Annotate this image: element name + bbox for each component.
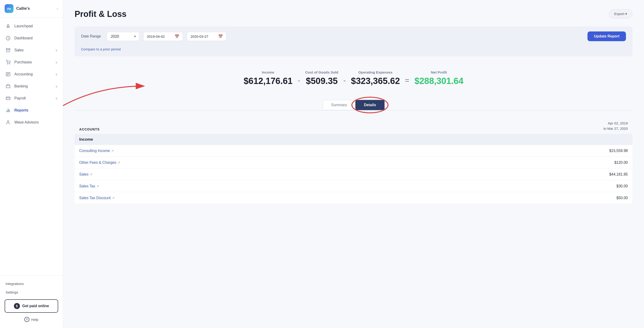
profit-value: $288,301.64 — [414, 76, 463, 86]
end-calendar-icon[interactable]: 📅 — [218, 34, 223, 39]
cogs-value: $509.35 — [306, 76, 338, 86]
sidebar-item-label-launchpad: Launchpad — [14, 24, 58, 28]
external-link-icon: ↗ — [112, 149, 114, 153]
compare-period-link[interactable]: Compare to a prior period — [81, 47, 121, 51]
filter-row: Date Range 2020 2019 2018 Custom ▼ 📅 📅 U… — [81, 31, 626, 41]
banking-chevron-icon: ∨ — [55, 85, 58, 88]
consulting-income-link[interactable]: Consulting Income ↗ — [79, 149, 114, 153]
year-select[interactable]: 2020 2019 2018 Custom — [107, 32, 139, 41]
sidebar-item-label-banking: Banking — [14, 84, 55, 88]
integrations-link[interactable]: Integrations — [5, 279, 58, 288]
svg-rect-5 — [6, 86, 10, 88]
table-row: Other Fees & Charges ↗ $120.00 — [74, 157, 632, 169]
external-link-icon: ↗ — [118, 161, 120, 164]
filter-bar: Date Range 2020 2019 2018 Custom ▼ 📅 📅 U… — [74, 26, 632, 56]
sidebar-item-dashboard[interactable]: Dashboard — [0, 32, 63, 44]
sales-icon — [5, 47, 11, 53]
sidebar-item-sales[interactable]: Sales ∨ — [0, 44, 63, 56]
income-value: $612,176.61 — [244, 76, 292, 86]
help-label: Help — [31, 318, 38, 322]
year-select-wrap[interactable]: 2020 2019 2018 Custom ▼ — [107, 32, 139, 41]
end-date-input[interactable] — [190, 34, 216, 38]
sidebar-item-label-sales: Sales — [14, 48, 55, 52]
sales-value: $44,181.85 — [609, 172, 628, 176]
other-fees-link[interactable]: Other Fees & Charges ↗ — [79, 161, 120, 165]
equals-operator: = — [405, 76, 409, 85]
update-report-button[interactable]: Update Report — [588, 31, 626, 41]
settings-link[interactable]: Settings — [5, 288, 58, 297]
tab-details[interactable]: Details — [355, 100, 384, 110]
external-link-icon: ↗ — [96, 184, 99, 188]
accounting-icon — [5, 71, 11, 77]
external-link-icon: ↗ — [112, 196, 114, 200]
table-date-range: Apr 02, 2019 to Mar 27, 2020 — [604, 121, 628, 131]
dollar-icon: $ — [14, 303, 20, 309]
minus-operator-2: - — [343, 76, 346, 85]
brand-chevron-icon: › — [57, 7, 58, 10]
table-row: Consulting Income ↗ $15,559.98 — [74, 145, 632, 157]
accounts-table-wrap: ACCOUNTS Apr 02, 2019 to Mar 27, 2020 In… — [74, 118, 632, 204]
start-date-wrap[interactable]: 📅 — [144, 32, 183, 41]
sales-tax-discount-value: $50.00 — [616, 196, 628, 200]
svg-point-3 — [10, 64, 10, 64]
consulting-income-value: $15,559.98 — [609, 149, 628, 153]
page-header: Profit & Loss Export ▾ — [74, 9, 632, 19]
sidebar-item-launchpad[interactable]: Launchpad — [0, 20, 63, 32]
sidebar-item-banking[interactable]: Banking ∨ — [0, 80, 63, 92]
get-paid-button[interactable]: $ Get paid online — [5, 299, 58, 313]
help-link[interactable]: ? Help — [5, 315, 58, 324]
table-header: ACCOUNTS Apr 02, 2019 to Mar 27, 2020 — [74, 118, 632, 134]
tab-summary[interactable]: Summary — [323, 100, 356, 110]
accounting-chevron-icon: ∨ — [55, 73, 58, 76]
nav-section: Launchpad Dashboard Sales ∨ — [0, 19, 63, 276]
details-tab-wrap: Details — [355, 100, 384, 110]
brand-name: Callie's — [16, 6, 57, 11]
sidebar-item-payroll[interactable]: Payroll ∨ — [0, 92, 63, 104]
table-row: Sales Tax Discount ↗ $50.00 — [74, 192, 632, 204]
income-section-header: Income — [74, 134, 632, 145]
start-date-input[interactable] — [147, 34, 172, 38]
sidebar-item-label-wave-advisors: Wave Advisors — [14, 120, 58, 125]
cogs-stat: Cost of Goods Sold $509.35 — [305, 70, 338, 86]
sidebar-item-label-accounting: Accounting — [14, 72, 55, 76]
start-calendar-icon[interactable]: 📅 — [175, 34, 179, 39]
svg-rect-1 — [6, 49, 10, 49]
table-row: Sales ↗ $44,181.85 — [74, 169, 632, 180]
income-label: Income — [262, 70, 274, 74]
get-paid-label: Get paid online — [22, 304, 49, 308]
sidebar: Callie's › Launchpad Dashboard — [0, 0, 63, 328]
cart-icon — [5, 59, 11, 65]
profit-stat: Net Profit $288,301.64 — [414, 70, 463, 86]
sales-tax-discount-link[interactable]: Sales Tax Discount ↗ — [79, 196, 114, 200]
advisors-icon — [5, 119, 11, 125]
opex-stat: Operating Expenses $323,365.62 — [351, 70, 400, 86]
brand-logo — [5, 4, 14, 13]
svg-point-2 — [8, 64, 8, 64]
sidebar-item-label-payroll: Payroll — [14, 96, 55, 100]
sidebar-bottom: Integrations Settings $ Get paid online … — [0, 276, 63, 328]
sidebar-item-label-purchases: Purchases — [14, 60, 55, 64]
page-title: Profit & Loss — [74, 9, 126, 19]
external-link-icon: ↗ — [90, 173, 92, 176]
sales-tax-link[interactable]: Sales Tax ↗ — [79, 184, 99, 188]
payroll-chevron-icon: ∨ — [55, 97, 58, 100]
profit-label: Net Profit — [431, 70, 447, 74]
end-date-wrap[interactable]: 📅 — [187, 32, 226, 41]
brand-area[interactable]: Callie's › — [0, 0, 63, 17]
accounts-column-label: ACCOUNTS — [79, 128, 100, 131]
dashboard-icon — [5, 35, 11, 41]
purchases-chevron-icon: ∨ — [55, 61, 58, 64]
income-stat: Income $612,176.61 — [244, 70, 292, 86]
sidebar-item-reports[interactable]: Reports — [0, 104, 63, 116]
sidebar-item-wave-advisors[interactable]: Wave Advisors — [0, 116, 63, 128]
payroll-icon — [5, 95, 11, 101]
sidebar-item-accounting[interactable]: Accounting ∨ — [0, 68, 63, 80]
summary-stats: Income $612,176.61 - Cost of Goods Sold … — [74, 65, 632, 92]
sidebar-item-label-dashboard: Dashboard — [14, 36, 58, 40]
opex-label: Operating Expenses — [358, 70, 393, 74]
tabs-row: Summary Details — [74, 100, 632, 111]
sales-chevron-icon: ∨ — [55, 49, 58, 52]
sidebar-item-purchases[interactable]: Purchases ∨ — [0, 56, 63, 68]
sales-link[interactable]: Sales ↗ — [79, 172, 92, 176]
export-button[interactable]: Export ▾ — [609, 9, 632, 18]
